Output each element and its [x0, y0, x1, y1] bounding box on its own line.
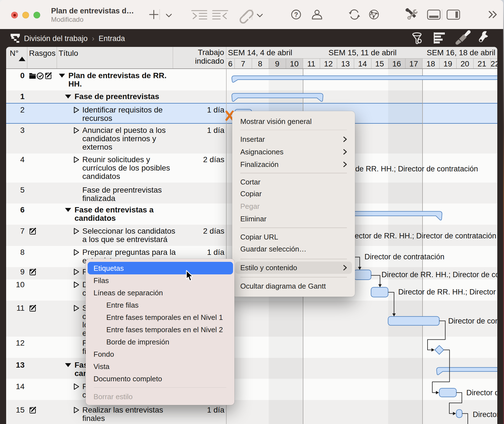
svg-text:?: ? [294, 11, 298, 18]
